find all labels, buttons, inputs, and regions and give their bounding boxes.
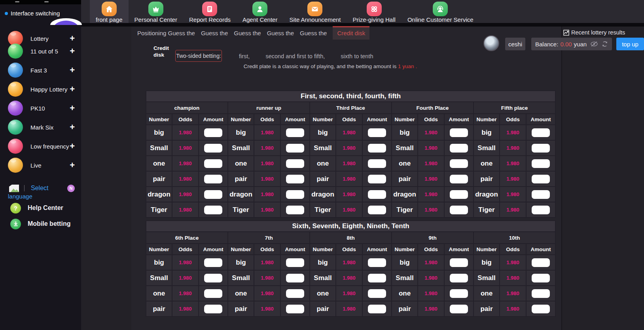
- nav-item-prize-giving-hall[interactable]: Prize-giving Hall: [347, 0, 402, 23]
- bet-option-small[interactable]: Small: [474, 270, 500, 286]
- bet-option-small[interactable]: Small: [146, 270, 172, 286]
- bet-option-tiger[interactable]: Tiger: [228, 202, 254, 217]
- bet-option-pair[interactable]: pair: [392, 171, 418, 187]
- bet-option-big[interactable]: big: [474, 255, 500, 270]
- bet-option-pair[interactable]: pair: [392, 301, 418, 317]
- amount-input[interactable]: [532, 274, 550, 282]
- plus-icon[interactable]: +: [70, 34, 75, 43]
- amount-input[interactable]: [368, 274, 386, 282]
- plus-icon[interactable]: +: [70, 161, 75, 170]
- amount-input[interactable]: [450, 128, 468, 137]
- bet-option-one[interactable]: one: [474, 286, 500, 301]
- amount-input[interactable]: [204, 128, 222, 137]
- username-chip[interactable]: ceshi: [505, 38, 525, 50]
- betting-option-first[interactable]: first,: [239, 53, 250, 59]
- amount-input[interactable]: [450, 159, 468, 168]
- bet-option-pair[interactable]: pair: [146, 301, 172, 317]
- language-link[interactable]: language: [8, 193, 32, 200]
- bet-option-big[interactable]: big: [146, 255, 172, 270]
- bet-option-pair[interactable]: pair: [146, 171, 172, 187]
- bet-option-big[interactable]: big: [146, 125, 172, 140]
- amount-input[interactable]: [286, 175, 304, 183]
- betting-option-second-and-first-to-fifth[interactable]: second and first to fifth,: [265, 53, 325, 59]
- amount-input[interactable]: [204, 258, 222, 267]
- bet-option-dragon[interactable]: dragon: [228, 187, 254, 202]
- amount-input[interactable]: [450, 305, 468, 313]
- sidebar-item-help-center[interactable]: ?Help Center: [0, 200, 81, 216]
- bet-option-one[interactable]: one: [310, 286, 336, 301]
- amount-input[interactable]: [450, 258, 468, 267]
- two-sided-betting-box[interactable]: Two-sided betting:: [175, 50, 222, 62]
- nav-item-personal-center[interactable]: Personal Center: [129, 0, 183, 23]
- amount-input[interactable]: [450, 190, 468, 199]
- avatar[interactable]: [483, 35, 499, 51]
- bet-option-one[interactable]: one: [392, 286, 418, 301]
- amount-input[interactable]: [286, 305, 304, 313]
- nav-item-report-records[interactable]: Report Records: [183, 0, 237, 23]
- amount-input[interactable]: [532, 289, 550, 298]
- nav-item-front-page[interactable]: front page: [90, 0, 129, 23]
- sidebar-item-mark-six[interactable]: Mark Six+: [0, 118, 81, 136]
- bet-option-big[interactable]: big: [392, 255, 418, 270]
- amount-input[interactable]: [368, 305, 386, 313]
- amount-input[interactable]: [532, 206, 550, 214]
- bet-option-one[interactable]: one: [474, 156, 500, 171]
- nav-item-agent-center[interactable]: Agent Center: [237, 0, 283, 23]
- bet-option-small[interactable]: Small: [474, 140, 500, 156]
- bet-option-small[interactable]: Small: [228, 270, 254, 286]
- amount-input[interactable]: [532, 159, 550, 168]
- betting-option-sixth-to-tenth[interactable]: sixth to tenth: [341, 53, 373, 59]
- bet-option-big[interactable]: big: [474, 125, 500, 140]
- amount-input[interactable]: [204, 305, 222, 313]
- bet-option-big[interactable]: big: [228, 125, 254, 140]
- bet-option-small[interactable]: Small: [146, 140, 172, 156]
- nav-item-site-announcement[interactable]: Site Announcement: [283, 0, 347, 23]
- bet-option-dragon[interactable]: dragon: [146, 187, 172, 202]
- amount-input[interactable]: [532, 175, 550, 183]
- amount-input[interactable]: [532, 305, 550, 313]
- bet-option-pair[interactable]: pair: [228, 171, 254, 187]
- top-up-button[interactable]: top up: [616, 38, 644, 50]
- amount-input[interactable]: [204, 206, 222, 214]
- eye-slash-icon[interactable]: [590, 41, 598, 47]
- amount-input[interactable]: [204, 159, 222, 168]
- amount-input[interactable]: [450, 144, 468, 153]
- sidebar-item-11-out-of-5[interactable]: 11 out of 5+: [0, 42, 81, 60]
- nav-item-online-customer-service[interactable]: Online Customer Service: [402, 0, 479, 23]
- tab-guess-the[interactable]: Guess the: [267, 30, 294, 36]
- tab-credit-disk-active[interactable]: Credit disk: [333, 26, 369, 40]
- amount-input[interactable]: [286, 258, 304, 267]
- refresh-icon[interactable]: [602, 41, 608, 47]
- sidebar-item-live[interactable]: Live+: [0, 156, 81, 174]
- bet-option-big[interactable]: big: [310, 125, 336, 140]
- tab-guess-the[interactable]: Guess the: [234, 30, 261, 36]
- amount-input[interactable]: [450, 289, 468, 298]
- bet-option-dragon[interactable]: dragon: [474, 187, 500, 202]
- amount-input[interactable]: [286, 206, 304, 214]
- bet-option-small[interactable]: Small: [228, 140, 254, 156]
- amount-input[interactable]: [532, 258, 550, 267]
- bet-option-dragon[interactable]: dragon: [310, 187, 336, 202]
- bet-option-one[interactable]: one: [228, 156, 254, 171]
- bet-option-one[interactable]: one: [146, 286, 172, 301]
- amount-input[interactable]: [450, 274, 468, 282]
- amount-input[interactable]: [368, 258, 386, 267]
- bet-option-dragon[interactable]: dragon: [392, 187, 418, 202]
- bet-option-pair[interactable]: pair: [310, 171, 336, 187]
- bet-option-one[interactable]: one: [310, 156, 336, 171]
- bet-option-small[interactable]: Small: [310, 270, 336, 286]
- plus-icon[interactable]: +: [70, 104, 75, 113]
- sidebar-item-fast-3[interactable]: Fast 3+: [0, 61, 81, 79]
- amount-input[interactable]: [368, 289, 386, 298]
- amount-input[interactable]: [286, 289, 304, 298]
- plus-icon[interactable]: +: [70, 123, 75, 132]
- amount-input[interactable]: [286, 190, 304, 199]
- bet-option-tiger[interactable]: Tiger: [310, 202, 336, 217]
- bet-option-pair[interactable]: pair: [228, 301, 254, 317]
- plus-icon[interactable]: +: [70, 47, 75, 55]
- amount-input[interactable]: [532, 144, 550, 153]
- amount-input[interactable]: [286, 144, 304, 153]
- amount-input[interactable]: [450, 175, 468, 183]
- bet-option-tiger[interactable]: Tiger: [474, 202, 500, 217]
- amount-input[interactable]: [368, 144, 386, 153]
